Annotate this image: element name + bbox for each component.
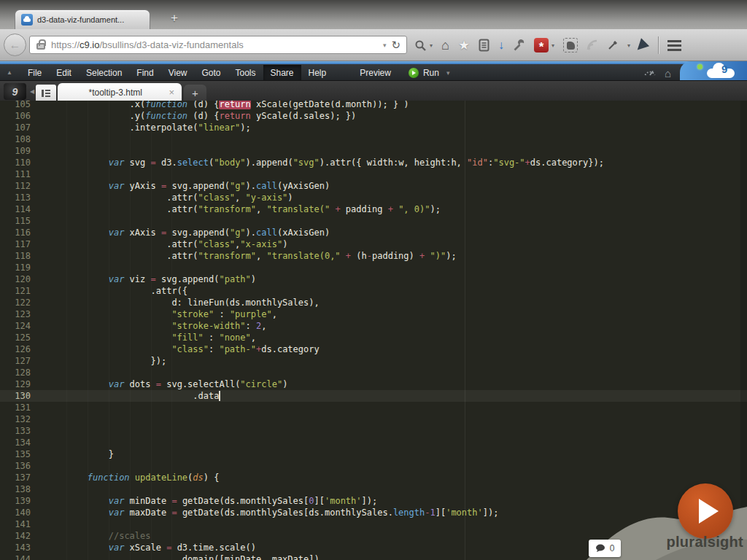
menu-view[interactable]: View xyxy=(161,65,195,80)
code-line[interactable]: 105 .x(function (d) {return xScale(getDa… xyxy=(0,101,747,110)
line-number[interactable]: 116 xyxy=(0,227,31,238)
run-button[interactable]: Run xyxy=(409,68,439,78)
code-line[interactable]: 131 xyxy=(0,402,747,413)
line-number[interactable]: 111 xyxy=(0,168,31,180)
wrench-icon[interactable] xyxy=(513,39,525,52)
preview-button[interactable]: Preview xyxy=(354,68,397,78)
code-line[interactable]: 116 var xAxis = svg.append("g").call(xAx… xyxy=(0,227,747,238)
code-line[interactable]: 135 } xyxy=(0,448,747,460)
eyedropper-icon[interactable] xyxy=(607,39,619,51)
code-line[interactable]: 129 var dots = svg.selectAll("circle") xyxy=(0,378,747,390)
cloud9-mark[interactable]: 9 xyxy=(4,83,26,100)
navigate-arrow-icon[interactable] xyxy=(638,38,651,52)
line-number[interactable]: 122 xyxy=(0,297,31,308)
line-number[interactable]: 105 xyxy=(0,101,31,110)
code-line[interactable]: 108 xyxy=(0,133,747,145)
back-button[interactable]: ← xyxy=(4,34,26,56)
line-number[interactable]: 133 xyxy=(0,425,31,437)
home-icon[interactable]: ⌂ xyxy=(441,38,449,53)
line-number[interactable]: 131 xyxy=(0,402,31,413)
code-line[interactable]: 130 .data xyxy=(0,390,747,402)
line-number[interactable]: 114 xyxy=(0,203,31,215)
rss-icon[interactable] xyxy=(587,39,598,51)
line-number[interactable]: 107 xyxy=(0,122,31,133)
line-number[interactable]: 126 xyxy=(0,343,31,355)
search-caret-icon[interactable]: ▾ xyxy=(430,42,433,49)
line-number[interactable]: 129 xyxy=(0,378,31,390)
addon-caret-icon[interactable]: ▾ xyxy=(627,42,630,49)
search-icon[interactable] xyxy=(414,39,427,52)
url-history-caret-icon[interactable]: ▾ xyxy=(383,42,387,49)
code-line[interactable]: 125 "fill" : "none", xyxy=(0,332,747,343)
line-number[interactable]: 115 xyxy=(0,215,31,227)
code-line[interactable]: 115 xyxy=(0,215,747,227)
line-number[interactable]: 117 xyxy=(0,238,31,250)
video-play-button[interactable] xyxy=(678,483,733,539)
tab-list-button[interactable] xyxy=(36,85,56,101)
lastpass-icon[interactable]: * xyxy=(534,38,549,52)
code-line[interactable]: 122 d: lineFun(ds.monthlySales), xyxy=(0,297,747,308)
code-line[interactable]: 117 .attr("class","x-axis") xyxy=(0,238,747,250)
code-line[interactable]: 119 xyxy=(0,262,747,273)
menu-share[interactable]: Share xyxy=(263,65,301,80)
dashboard-home-icon[interactable]: ⌂ xyxy=(665,67,671,79)
code-line[interactable]: 112 var yAxis = svg.append("g").call(yAx… xyxy=(0,180,747,192)
menu-edit[interactable]: Edit xyxy=(49,65,79,80)
resource-gauge-icon[interactable] xyxy=(643,67,657,79)
code-line[interactable]: 107 .interpolate("linear"); xyxy=(0,122,747,133)
line-number[interactable]: 144 xyxy=(0,553,31,560)
line-number[interactable]: 124 xyxy=(0,320,31,332)
line-number[interactable]: 123 xyxy=(0,308,31,320)
code-line[interactable]: 118 .attr("transform", "translate(0," + … xyxy=(0,250,747,262)
menu-find[interactable]: Find xyxy=(129,65,160,80)
code-line[interactable]: 126 "class": "path-"+ds.category xyxy=(0,343,747,355)
evernote-icon[interactable] xyxy=(563,38,578,52)
line-number[interactable]: 113 xyxy=(0,192,31,203)
line-number[interactable]: 120 xyxy=(0,273,31,285)
menu-tools[interactable]: Tools xyxy=(228,65,263,80)
line-number[interactable]: 108 xyxy=(0,133,31,145)
url-bar[interactable]: https://c9.io/bsullins/d3-data-viz-funda… xyxy=(29,36,407,54)
menu-file[interactable]: File xyxy=(20,65,49,80)
line-number[interactable]: 142 xyxy=(0,530,31,542)
code-line[interactable]: 134 xyxy=(0,437,747,448)
editor-tab[interactable]: *tooltip-3.html × xyxy=(58,83,182,101)
line-number[interactable]: 109 xyxy=(0,145,31,157)
line-number[interactable]: 139 xyxy=(0,495,31,507)
code-line[interactable]: 114 .attr("transform", "translate(" + pa… xyxy=(0,203,747,215)
new-tab-button[interactable]: + xyxy=(171,11,178,26)
line-number[interactable]: 110 xyxy=(0,157,31,168)
line-number[interactable]: 119 xyxy=(0,262,31,273)
line-number[interactable]: 143 xyxy=(0,542,31,553)
code-line[interactable]: 121 .attr({ xyxy=(0,285,747,297)
comments-button[interactable]: 0 xyxy=(589,540,621,557)
close-tab-icon[interactable]: × xyxy=(169,87,174,98)
run-caret-icon[interactable]: ▾ xyxy=(446,69,450,77)
line-number[interactable]: 137 xyxy=(0,472,31,483)
line-number[interactable]: 135 xyxy=(0,448,31,460)
line-number[interactable]: 121 xyxy=(0,285,31,297)
code-line[interactable]: 120 var viz = svg.append("path") xyxy=(0,273,747,285)
line-number[interactable]: 106 xyxy=(0,110,31,122)
code-line[interactable]: 133 xyxy=(0,425,747,437)
line-number[interactable]: 141 xyxy=(0,518,31,530)
code-line[interactable]: 110 var svg = d3.select("body").append("… xyxy=(0,157,747,168)
line-number[interactable]: 138 xyxy=(0,483,31,495)
code-line[interactable]: 111 xyxy=(0,168,747,180)
lastpass-caret-icon[interactable]: ▾ xyxy=(551,42,554,49)
code-line[interactable]: 124 "stroke-width": 2, xyxy=(0,320,747,332)
line-number[interactable]: 128 xyxy=(0,367,31,378)
downloads-icon[interactable]: ↓ xyxy=(498,39,504,52)
clipboard-icon[interactable] xyxy=(479,39,489,52)
line-number[interactable]: 130 xyxy=(0,390,31,402)
code-line[interactable]: 123 "stroke" : "purple", xyxy=(0,308,747,320)
reload-icon[interactable]: ↻ xyxy=(391,39,400,52)
browser-tab[interactable]: d3-data-viz-fundament... xyxy=(15,9,150,29)
code-line[interactable]: 113 .attr("class", "y-axis") xyxy=(0,192,747,203)
line-number[interactable]: 136 xyxy=(0,460,31,472)
line-number[interactable]: 127 xyxy=(0,355,31,367)
code-line[interactable]: 106 .y(function (d) {return yScale(d.sal… xyxy=(0,110,747,122)
menu-goto[interactable]: Goto xyxy=(194,65,228,80)
line-number[interactable]: 140 xyxy=(0,507,31,518)
code-line[interactable]: 132 xyxy=(0,413,747,425)
